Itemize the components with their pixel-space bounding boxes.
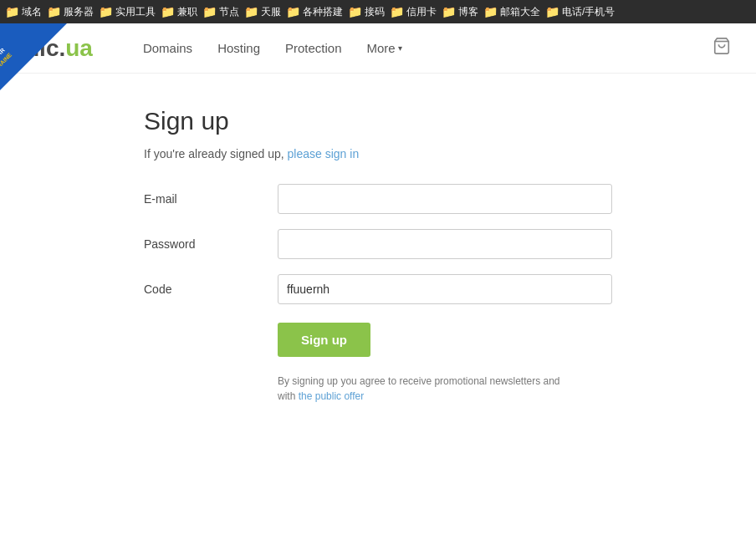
bookmark-jiema[interactable]: 📁 接码 bbox=[348, 5, 385, 19]
signup-subtitle: If you're already signed up, please sign… bbox=[144, 147, 612, 160]
folder-icon: 📁 bbox=[47, 6, 61, 18]
email-field[interactable] bbox=[278, 184, 612, 214]
folder-icon: 📁 bbox=[390, 6, 404, 18]
chevron-down-icon: ▾ bbox=[398, 43, 402, 53]
bookmark-boke[interactable]: 📁 博客 bbox=[442, 5, 478, 19]
bookmark-dianhua[interactable]: 📁 电话/手机号 bbox=[545, 5, 615, 19]
bookmark-tianfu[interactable]: 📁 天服 bbox=[244, 5, 281, 19]
signup-form-container: Sign up If you're already signed up, ple… bbox=[144, 107, 612, 404]
bookmark-fuwuqi[interactable]: 📁 服务器 bbox=[47, 5, 94, 19]
signup-button[interactable]: Sign up bbox=[278, 323, 370, 357]
code-label: Code bbox=[144, 283, 278, 296]
folder-icon: 📁 bbox=[161, 6, 175, 18]
nav-more[interactable]: More ▾ bbox=[367, 41, 402, 55]
code-field[interactable] bbox=[278, 274, 612, 304]
bookmark-label: 邮箱大全 bbox=[500, 5, 540, 19]
folder-icon: 📁 bbox=[483, 6, 498, 18]
bookmark-label: 服务器 bbox=[64, 5, 94, 19]
signin-link[interactable]: please sign in bbox=[288, 147, 360, 160]
bookmark-xinyongka[interactable]: 📁 信用卡 bbox=[390, 5, 437, 19]
terms-text: By signing up you agree to receive promo… bbox=[278, 374, 562, 404]
bookmark-label: 电话/手机号 bbox=[562, 5, 615, 19]
header: nic.ua Domains Hosting Protection More ▾ bbox=[0, 23, 756, 74]
logo-ua-text: ua bbox=[65, 35, 93, 61]
bookmark-label: 信用卡 bbox=[406, 5, 437, 19]
bookmark-jianzhi[interactable]: 📁 兼职 bbox=[161, 5, 197, 19]
folder-icon: 📁 bbox=[99, 6, 113, 18]
page-title: Sign up bbox=[144, 107, 612, 135]
code-row: Code bbox=[144, 274, 612, 304]
bookmark-gejiezajian[interactable]: 📁 各种搭建 bbox=[286, 5, 343, 19]
password-field[interactable] bbox=[278, 229, 612, 259]
folder-icon: 📁 bbox=[442, 6, 456, 18]
folder-icon: 📁 bbox=[545, 6, 559, 18]
bookmark-label: 接码 bbox=[365, 5, 385, 19]
bookmark-yuming[interactable]: 📁 域名 bbox=[5, 5, 42, 19]
email-label: E-mail bbox=[144, 192, 278, 206]
bookmark-label: 节点 bbox=[219, 5, 239, 19]
bookmark-label: 域名 bbox=[22, 5, 42, 19]
main-content: Sign up If you're already signed up, ple… bbox=[0, 74, 756, 437]
folder-icon: 📁 bbox=[286, 6, 300, 18]
bookmark-jiedian[interactable]: 📁 节点 bbox=[202, 5, 239, 19]
bookmark-label: 兼职 bbox=[177, 5, 197, 19]
bookmarks-bar: 📁 域名 📁 服务器 📁 实用工具 📁 兼职 📁 节点 📁 天服 📁 各种搭建 … bbox=[0, 0, 756, 23]
nav-hosting[interactable]: Hosting bbox=[217, 41, 260, 55]
bookmark-label: 天服 bbox=[261, 5, 281, 19]
folder-icon: 📁 bbox=[202, 6, 217, 18]
bookmark-label: 实用工具 bbox=[115, 5, 156, 19]
folder-icon: 📁 bbox=[348, 6, 362, 18]
password-row: Password bbox=[144, 229, 612, 259]
bookmark-label: 各种搭建 bbox=[303, 5, 343, 19]
bookmark-shiyonggongju[interactable]: 📁 实用工具 bbox=[99, 5, 156, 19]
subtitle-text: If you're already signed up, bbox=[144, 147, 284, 160]
email-row: E-mail bbox=[144, 184, 612, 214]
nav-protection[interactable]: Protection bbox=[285, 41, 342, 55]
folder-icon: 📁 bbox=[244, 6, 258, 18]
war-banner: STOP WAR IN UKRAINE bbox=[0, 23, 67, 90]
main-nav: Domains Hosting Protection More ▾ bbox=[143, 37, 731, 59]
bookmark-label: 博客 bbox=[458, 5, 478, 19]
folder-icon: 📁 bbox=[5, 6, 19, 18]
cart-button[interactable] bbox=[713, 37, 731, 59]
nav-more-label: More bbox=[367, 41, 396, 55]
password-label: Password bbox=[144, 237, 278, 251]
nav-domains[interactable]: Domains bbox=[143, 41, 192, 55]
bookmark-youxiang[interactable]: 📁 邮箱大全 bbox=[483, 5, 540, 19]
public-offer-link[interactable]: the public offer bbox=[299, 390, 365, 402]
